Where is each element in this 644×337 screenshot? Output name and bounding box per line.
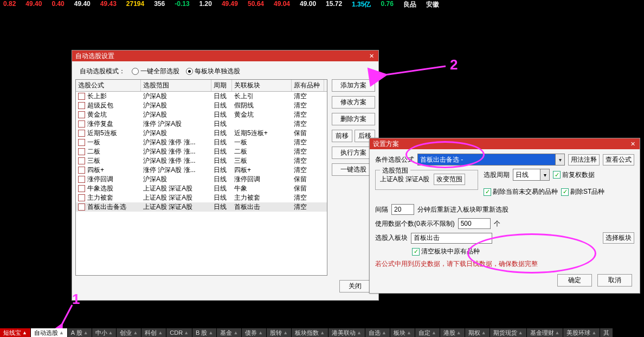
row-checkbox[interactable]: [78, 185, 85, 192]
bottom-tab[interactable]: 债券▲: [242, 328, 267, 337]
bottom-tab[interactable]: 股转▲: [267, 328, 292, 337]
row-checkbox[interactable]: [78, 130, 85, 137]
cancel-button[interactable]: 取消: [597, 274, 632, 287]
ok-button[interactable]: 确定: [557, 274, 592, 287]
bottom-tab[interactable]: 基金▲: [217, 328, 242, 337]
table-row[interactable]: 黄金坑沪深A股日线黄金坑清空: [76, 110, 327, 119]
window-title: 设置方案: [373, 139, 628, 149]
table-row[interactable]: 三板沪深A股 涨停 涨...日线三板清空: [76, 156, 327, 166]
close-icon[interactable]: ✕: [366, 52, 376, 60]
intoblock-input[interactable]: 首板出击: [411, 233, 492, 244]
row-orig: 清空: [292, 166, 324, 175]
table-row[interactable]: 四板+涨停 沪深A股 涨...日线四板+清空: [76, 166, 327, 175]
clear-original-checkbox[interactable]: 清空板块中原有品种: [412, 247, 480, 256]
row-block: 涨停回调: [232, 175, 292, 184]
table-row[interactable]: 首板出击备选上证A股 深证A股日线首板出击清空: [76, 202, 327, 212]
row-block: 牛象: [232, 184, 292, 193]
window-titlebar[interactable]: 自动选股设置 ✕: [72, 50, 378, 61]
table-row[interactable]: 牛象选股上证A股 深证A股日线牛象保留: [76, 184, 327, 193]
plan-grid[interactable]: 选股公式 选股范围 周期 关联板块 原有品种 长上影沪深A股日线长上引清空超级反…: [75, 79, 327, 276]
row-range: 上证A股 深证A股: [141, 202, 211, 212]
bottom-tab[interactable]: 基金理财▲: [527, 328, 564, 337]
table-row[interactable]: 涨停复盘涨停 沪深A股日线清空: [76, 119, 327, 129]
bottom-tab[interactable]: 港股▲: [440, 328, 465, 337]
row-checkbox[interactable]: [78, 120, 85, 128]
table-row[interactable]: 长上影沪深A股日线长上引清空: [76, 92, 327, 101]
triangle-icon: ▲: [456, 330, 461, 335]
table-row[interactable]: 超级反包沪深A股日线假阴线清空: [76, 101, 327, 110]
triangle-icon: ▲: [283, 330, 288, 335]
row-name: 超级反包: [87, 101, 113, 110]
triangle-icon: ▲: [432, 330, 436, 335]
fq-checkbox[interactable]: 前复权数据: [553, 170, 595, 180]
bottom-tab[interactable]: 短线宝▲: [0, 328, 31, 337]
cycle-select[interactable]: 日线 ▾: [513, 169, 550, 181]
bottom-tab[interactable]: 自动选股▲: [31, 328, 68, 337]
row-checkbox[interactable]: [78, 176, 85, 183]
radio-per-block[interactable]: 每板块单独选股: [186, 67, 240, 76]
datacount-input[interactable]: 500: [458, 218, 491, 229]
triangle-icon: ▲: [59, 330, 64, 335]
close-button[interactable]: 关闭: [339, 280, 371, 293]
bottom-tab[interactable]: 其: [600, 328, 613, 337]
delete-plan-button[interactable]: 删除方案: [332, 113, 375, 125]
exclude-notrade-checkbox[interactable]: 剔除当前未交易的品种: [484, 187, 558, 196]
table-row[interactable]: 近期5连板沪深A股日线近期5连板+保留: [76, 129, 327, 138]
close-icon[interactable]: ✕: [628, 139, 637, 148]
bottom-tab[interactable]: A 股▲: [68, 328, 92, 337]
table-row[interactable]: 二板沪深A股 涨停 涨...日线二板清空: [76, 147, 327, 156]
row-cycle: 日线: [211, 92, 232, 101]
row-checkbox[interactable]: [78, 111, 85, 118]
bottom-tab[interactable]: 板块指数▲: [292, 328, 329, 337]
usage-button[interactable]: 用法注释: [568, 154, 600, 166]
move-prev-button[interactable]: 前移: [332, 130, 352, 142]
ticker-value: 1.20: [199, 0, 212, 8]
row-block: 假阴线: [232, 101, 292, 110]
change-range-button[interactable]: 改变范围: [434, 174, 465, 185]
radio-all[interactable]: 一键全部选股: [132, 67, 179, 76]
row-orig: 保留: [292, 175, 324, 184]
exclude-st-checkbox[interactable]: 剔除ST品种: [561, 187, 604, 196]
triangle-icon: ▲: [209, 330, 214, 335]
bottom-tab[interactable]: 美股环球▲: [563, 328, 600, 337]
row-checkbox[interactable]: [78, 102, 85, 109]
interval-input[interactable]: 20: [391, 204, 414, 215]
row-checkbox[interactable]: [78, 167, 85, 174]
table-row[interactable]: 一板沪深A股 涨停 涨...日线一板清空: [76, 138, 327, 147]
row-checkbox[interactable]: [78, 139, 85, 146]
row-checkbox[interactable]: [78, 157, 85, 164]
window-titlebar[interactable]: 设置方案 ✕: [370, 138, 640, 149]
triangle-icon: ▲: [158, 330, 163, 335]
bottom-tab[interactable]: 创业▲: [117, 328, 141, 337]
table-row[interactable]: 主力被套上证A股 深证A股日线主力被套清空: [76, 193, 327, 202]
edit-plan-button[interactable]: 修改方案: [332, 96, 375, 109]
annotation-number-2: 2: [450, 56, 458, 73]
col-orig: 原有品种: [292, 80, 324, 91]
row-checkbox[interactable]: [78, 194, 85, 201]
onekey-select-button[interactable]: 一键选股: [332, 163, 375, 176]
row-name: 牛象选股: [87, 184, 113, 193]
formula-combo[interactable]: 首板出击备选 - ▾: [417, 154, 565, 166]
exec-plan-button[interactable]: 执行方案: [332, 147, 375, 159]
bottom-tab[interactable]: 中小▲: [92, 328, 117, 337]
bottom-tab[interactable]: 板块▲: [390, 328, 415, 337]
ticker-value: 安徽: [426, 0, 439, 8]
bottom-tab[interactable]: 自定▲: [415, 328, 440, 337]
row-checkbox[interactable]: [78, 93, 85, 100]
row-cycle: 日线: [211, 101, 232, 110]
pick-block-button[interactable]: 选择板块: [603, 232, 634, 244]
bottom-tab[interactable]: 港美联动▲: [329, 328, 365, 337]
view-formula-button[interactable]: 查看公式: [603, 154, 634, 166]
row-checkbox[interactable]: [78, 148, 85, 155]
bottom-tab[interactable]: 期货现货▲: [490, 328, 527, 337]
bottom-tab[interactable]: B 股▲: [192, 328, 217, 337]
row-checkbox[interactable]: [78, 204, 85, 211]
bottom-tab[interactable]: 期权▲: [465, 328, 490, 337]
bottom-tab[interactable]: CDR▲: [166, 328, 192, 337]
table-row[interactable]: 涨停回调沪深A股日线涨停回调保留: [76, 175, 327, 184]
chevron-down-icon[interactable]: ▾: [555, 154, 564, 165]
add-plan-button[interactable]: 添加方案: [332, 79, 375, 92]
chevron-down-icon[interactable]: ▾: [540, 169, 549, 180]
bottom-tab[interactable]: 自选▲: [365, 328, 390, 337]
bottom-tab[interactable]: 科创▲: [141, 328, 166, 337]
